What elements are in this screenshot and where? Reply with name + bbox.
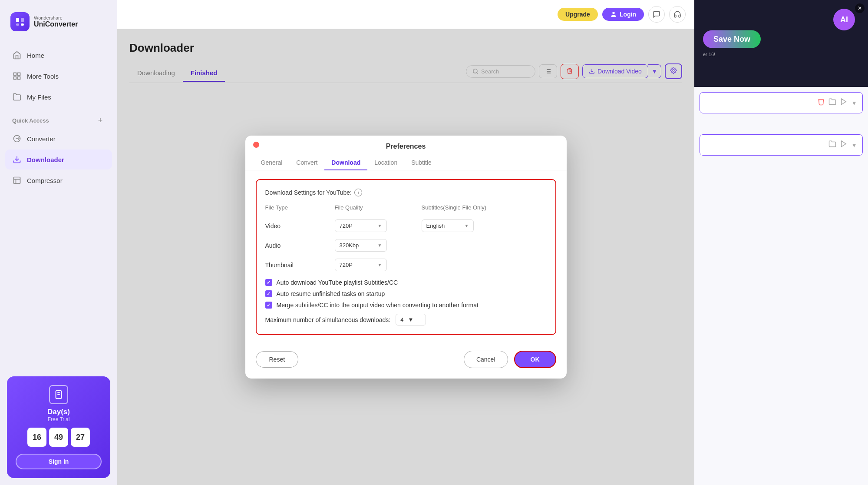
checkbox-merge-subtitles-label: Merge subtitles/CC into the output video… [277, 302, 479, 309]
sidebar-item-my-files[interactable]: My Files [5, 87, 112, 107]
dialog-body: Download Settings for YouTube: i File Ty… [245, 170, 567, 344]
right-panel: ✕ Save Now er 16! AI [694, 0, 868, 485]
sidebar-item-compressor[interactable]: Compressor [5, 170, 112, 190]
ad-save-btn: Save Now [703, 30, 761, 48]
list-item-1-play-icon[interactable] [840, 98, 848, 108]
svg-rect-3 [21, 23, 24, 26]
dialog-tab-location[interactable]: Location [367, 156, 404, 170]
list-item-2-chevron-icon[interactable]: ▼ [851, 142, 857, 149]
login-label: Login [620, 11, 636, 18]
dialog-tabs: General Convert Download Location Subtit… [245, 150, 567, 170]
panel-list-area: ▼ ▼ [694, 87, 868, 164]
checkbox-auto-resume-label: Auto resume unfinished tasks on startup [277, 290, 385, 297]
thumbnail-quality-arrow: ▼ [378, 262, 382, 267]
audio-quality-arrow: ▼ [378, 243, 382, 248]
checkbox-auto-resume[interactable]: Auto resume unfinished tasks on startup [265, 290, 547, 297]
trial-minutes: 49 [49, 428, 68, 447]
ad-content: Save Now er 16! [703, 30, 761, 57]
audio-label: Audio [265, 239, 335, 252]
quick-access-label: Quick Access [12, 117, 49, 124]
svg-rect-10 [14, 177, 20, 184]
preferences-dialog: Preferences General Convert Download Loc… [245, 136, 567, 379]
list-item-2: ▼ [700, 134, 863, 156]
sidebar: Wondershare UniConverter Home More Tools [0, 0, 117, 485]
brand-name: UniConverter [34, 20, 78, 28]
main-content: Upgrade Login Downloader Downloading [117, 0, 694, 485]
upgrade-button[interactable]: Upgrade [558, 8, 598, 21]
sidebar-home-label: Home [27, 52, 44, 59]
trial-sub-label: Free Trial [16, 416, 102, 422]
ad-ai-badge: AI [833, 9, 855, 30]
ok-button[interactable]: OK [514, 351, 556, 368]
checkbox-merge-subtitles[interactable]: Merge subtitles/CC into the output video… [265, 302, 547, 309]
dialog-tab-subtitle[interactable]: Subtitle [404, 156, 439, 170]
checkbox-merge-subtitles-box[interactable] [265, 302, 272, 309]
home-icon [12, 50, 22, 60]
footer-right: Cancel OK [464, 351, 556, 368]
app-logo: Wondershare UniConverter [0, 0, 117, 45]
reset-button[interactable]: Reset [256, 351, 299, 368]
quick-access-add-button[interactable]: + [96, 116, 105, 125]
checkbox-auto-subtitles-label: Auto download YouTube playlist Subtitles… [277, 279, 398, 286]
video-quality-arrow: ▼ [378, 223, 382, 228]
list-item-1-delete-icon[interactable] [817, 98, 825, 108]
max-downloads-row: Maximum number of simultaneous downloads… [265, 314, 547, 326]
list-item-2-folder-icon[interactable] [828, 140, 836, 150]
headphone-icon-button[interactable] [669, 6, 686, 23]
max-downloads-arrow: ▼ [408, 316, 413, 323]
compressor-icon [12, 176, 22, 185]
settings-headers: File Type File Quality Subtitles(Single … [265, 204, 547, 215]
dialog-tab-download[interactable]: Download [324, 156, 367, 170]
dialog-close-button[interactable] [253, 142, 259, 148]
video-quality-select[interactable]: 720P ▼ [335, 218, 422, 234]
ad-close-button[interactable]: ✕ [855, 3, 865, 13]
page-area: Downloader Downloading Finished Search [117, 29, 694, 485]
trial-day-label: Day(s) [16, 408, 102, 416]
svg-rect-6 [14, 77, 17, 80]
sign-in-button[interactable]: Sign In [16, 454, 102, 469]
checkbox-auto-resume-box[interactable] [265, 290, 272, 297]
thumbnail-row: Thumbnail 720P ▼ [265, 257, 547, 273]
max-downloads-select[interactable]: 4 ▼ [396, 314, 426, 326]
col-file-quality: File Quality [335, 204, 422, 215]
sidebar-my-files-label: My Files [27, 93, 51, 101]
thumbnail-label: Thumbnail [265, 258, 335, 272]
converter-icon [12, 134, 22, 143]
audio-quality-value: 320Kbp [340, 242, 359, 249]
svg-marker-28 [842, 141, 846, 147]
more-tools-icon [12, 71, 22, 81]
login-button[interactable]: Login [602, 8, 644, 21]
thumbnail-quality-select[interactable]: 720P ▼ [335, 257, 422, 273]
svg-rect-5 [18, 73, 20, 76]
dialog-tab-general[interactable]: General [254, 156, 290, 170]
my-files-icon [12, 92, 22, 102]
subtitle-language-select[interactable]: English ▼ [422, 218, 547, 234]
audio-quality-select[interactable]: 320Kbp ▼ [335, 237, 422, 253]
sidebar-item-more-tools[interactable]: More Tools [5, 66, 112, 86]
video-label: Video [265, 219, 335, 233]
topbar: Upgrade Login [117, 0, 694, 29]
logo-icon [10, 12, 30, 31]
list-item-1-actions: ▼ [817, 98, 857, 108]
list-item-2-play-icon[interactable] [840, 140, 848, 150]
svg-rect-1 [21, 18, 24, 22]
list-item-1-folder-icon[interactable] [828, 98, 836, 108]
settings-section-title: Download Settings for YouTube: i [265, 189, 547, 196]
sidebar-item-home[interactable]: Home [5, 45, 112, 65]
trial-seconds: 27 [71, 428, 90, 447]
list-item-1-chevron-icon[interactable]: ▼ [851, 100, 857, 106]
sidebar-more-tools-label: More Tools [27, 73, 59, 80]
trial-icon [49, 385, 68, 404]
info-icon: i [354, 189, 362, 196]
cancel-button[interactable]: Cancel [464, 351, 508, 368]
ad-sub-text: er 16! [703, 52, 761, 57]
checkbox-auto-subtitles[interactable]: Auto download YouTube playlist Subtitles… [265, 279, 547, 286]
sidebar-item-converter[interactable]: Converter [5, 129, 112, 149]
settings-section: Download Settings for YouTube: i File Ty… [256, 179, 556, 335]
checkbox-auto-subtitles-box[interactable] [265, 279, 272, 286]
chat-icon-button[interactable] [648, 6, 665, 23]
dialog-footer: Reset Cancel OK [245, 344, 567, 379]
sidebar-item-downloader[interactable]: Downloader [5, 149, 112, 169]
svg-marker-27 [842, 99, 846, 105]
dialog-tab-convert[interactable]: Convert [289, 156, 324, 170]
